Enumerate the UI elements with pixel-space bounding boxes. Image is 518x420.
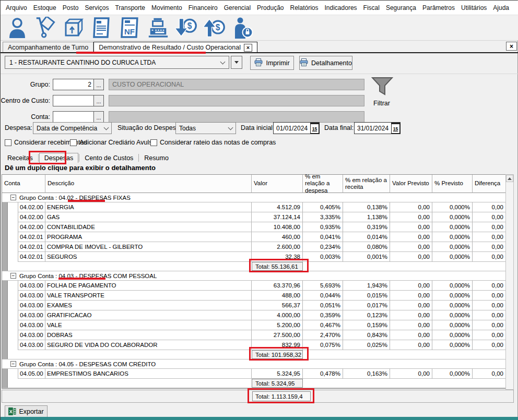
cell-conta: 04.02.01	[18, 232, 45, 242]
table-row[interactable]: 04.02.00ENERGIA4.512,090,405%0,138%0,000…	[2, 202, 506, 212]
table-row[interactable]: 04.03.00FOLHA DE PAGAMENTO63.370,965,693…	[2, 281, 506, 291]
calendar-icon[interactable]: 15	[391, 123, 400, 134]
group-header-row[interactable]: −Grupo Conta : 04.02 - DESPESAS FIXAS	[2, 193, 506, 202]
tab-demonstrativo-de-resultado-custo-operacional[interactable]: Demonstrativo de Resultado / Custo Opera…	[93, 42, 257, 53]
checkbox-box[interactable]	[70, 139, 77, 146]
table-row[interactable]: 04.02.01PROGRAMA460,000,041%0,014%0,000,…	[2, 232, 506, 242]
cell-pct-despesa: 0,478%	[303, 369, 343, 379]
menu-item-relatorios[interactable]: Relatórios	[287, 4, 321, 11]
menu-item-utilitarios[interactable]: Utilitários	[458, 4, 490, 11]
menu-item-fiscal[interactable]: Fiscal	[360, 4, 383, 11]
vertical-scrollbar[interactable]	[505, 174, 514, 390]
package-icon[interactable]	[62, 16, 85, 39]
table-row[interactable]: 04.03.00VALE TRANSPORTE488,000,044%0,015…	[2, 291, 506, 301]
conta-input[interactable]	[53, 111, 94, 123]
user-icon[interactable]	[6, 16, 29, 39]
exportar-button[interactable]: X Exportar	[5, 405, 48, 417]
subtab-despesas[interactable]: Despesas	[39, 153, 79, 163]
checkbox-box[interactable]	[5, 139, 11, 146]
table-row[interactable]: 04.03.00EXAMES566,370,051%0,017%0,000,00…	[2, 301, 506, 310]
collapse-button[interactable]: −	[10, 273, 16, 279]
money-out-icon[interactable]: $	[175, 16, 198, 39]
table-row[interactable]: 04.02.01SEGUROS32,380,003%0,001%0,000,00…	[2, 252, 506, 262]
user-lock-icon[interactable]	[231, 16, 254, 39]
cell-valor-previsto: 0,00	[390, 232, 432, 242]
menu-item-indicadores[interactable]: Indicadores	[322, 4, 360, 11]
exportar-label: Exportar	[19, 408, 43, 415]
column-header-em-relacao-a-receita[interactable]: % em relação a receita	[343, 175, 390, 193]
cash-register-icon[interactable]	[147, 16, 170, 39]
column-header-descricao[interactable]: Descrição	[45, 175, 252, 193]
table-row[interactable]: 04.02.01COMPRA DE IMOVEL - GILBERTO2.600…	[2, 242, 506, 252]
situacao-select[interactable]: Todas	[175, 122, 236, 134]
checkbox-adicionar-crediario-avulso[interactable]: Adicionar Crediário Avulso	[70, 138, 156, 147]
group-header-row[interactable]: −Grupo Conta : 04.05 - DESPESAS COM CRÉD…	[2, 359, 506, 369]
menu-item-transporte[interactable]: Transporte	[112, 4, 148, 11]
grupo-input[interactable]: 2	[53, 79, 94, 90]
collapse-button[interactable]: −	[10, 195, 16, 200]
imprimir-button[interactable]: Imprimir	[250, 56, 294, 70]
row-indent	[8, 281, 18, 291]
scroll-up-button[interactable]	[506, 175, 513, 182]
close-icon: ×	[510, 43, 513, 50]
column-header-em-relacao-a-despesa[interactable]: % em relação a despesa	[303, 175, 343, 193]
menu-item-movimento[interactable]: Movimento	[148, 4, 185, 11]
collapse-button[interactable]: −	[10, 361, 16, 367]
centro-custo-browse-button[interactable]: ...	[94, 95, 104, 106]
menu-item-arquivo[interactable]: Arquivo	[3, 4, 30, 11]
company-dropdown-button[interactable]	[231, 56, 242, 69]
column-header-conta[interactable]: Conta	[2, 175, 45, 193]
subtab-cento-de-custos[interactable]: Cento de Custos	[80, 153, 138, 163]
cell-conta: 04.02.00	[18, 212, 45, 222]
column-header-valor[interactable]: Valor	[252, 175, 303, 193]
conta-browse-button[interactable]: ...	[94, 111, 104, 123]
nf-document-icon[interactable]: NF	[119, 16, 142, 39]
centro-custo-input[interactable]	[53, 95, 94, 106]
menu-item-posto[interactable]: Posto	[60, 4, 82, 11]
grupo-browse-button[interactable]: ...	[94, 79, 104, 90]
row-indent	[8, 242, 18, 252]
data-inicial-input[interactable]: 01/01/2024 15	[273, 122, 320, 134]
tab-close-button[interactable]: ×	[244, 44, 252, 52]
column-header-previsto[interactable]: % Previsto	[432, 175, 473, 193]
menu-item-producao[interactable]: Produção	[254, 4, 287, 11]
checkbox-considerar-rateio-das-notas-de-compras[interactable]: Considerar rateio das notas de compras	[150, 138, 276, 147]
menu-item-gerencial[interactable]: Gerencial	[221, 4, 254, 11]
cell-diferenca: 0,00	[473, 340, 506, 350]
menu-item-servicos[interactable]: Serviços	[81, 4, 112, 11]
menu-item-parametros[interactable]: Parâmetros	[419, 4, 458, 11]
table-row[interactable]: 04.03.00DOBRAS27.500,002,470%0,843%0,000…	[2, 330, 506, 340]
table-row[interactable]: 04.03.00GRATIFICACAO4.000,000,359%0,123%…	[2, 310, 506, 320]
table-row[interactable]: 04.02.00CONTABILIDADE10.408,000,935%0,31…	[2, 222, 506, 232]
group-header-row[interactable]: −Grupo Conta : 04.03 - DESPESAS COM PESS…	[2, 271, 506, 281]
document-icon[interactable]	[90, 16, 113, 39]
subtab-resumo[interactable]: Resumo	[139, 153, 173, 163]
filtrar-button[interactable]	[371, 77, 393, 100]
cell-valor: 5.200,00	[252, 320, 303, 330]
handtruck-icon[interactable]	[34, 16, 57, 39]
table-row[interactable]: 04.03.00VALE5.200,000,467%0,159%0,000,00…	[2, 320, 506, 330]
company-select[interactable]: 1 - RESTAURANTE CANTINHO DO CURUCA LTDA	[5, 56, 229, 69]
situacao-label: Situação do Despesa:	[117, 124, 181, 131]
table-row[interactable]: 04.05.00EMPRESTIMOS BANCARIOS5.324,950,4…	[2, 369, 506, 379]
checkbox-box[interactable]	[150, 139, 157, 146]
data-final-input[interactable]: 31/01/2024 15	[354, 122, 401, 134]
panel-close-button[interactable]: ×	[506, 42, 517, 51]
menu-item-estoque[interactable]: Estoque	[30, 4, 60, 11]
cell-diferenca: 0,00	[473, 330, 506, 340]
menu-item-seguranca[interactable]: Segurança	[383, 4, 419, 11]
table-row[interactable]: 04.02.00GAS37.124,143,335%1,138%0,000,00…	[2, 212, 506, 222]
tab-label: Demonstrativo de Resultado / Custo Opera…	[99, 44, 241, 51]
detalhamento-button[interactable]: Detalhamento	[299, 56, 352, 70]
menu-item-ajuda[interactable]: Ajuda	[490, 4, 512, 11]
despesa-select[interactable]: Data de Competência	[33, 122, 112, 134]
tab-acompanhamento-de-turno[interactable]: Acompanhamento de Turno	[3, 42, 93, 53]
menu-item-financeiro[interactable]: Financeiro	[185, 4, 221, 11]
calendar-icon[interactable]: 15	[310, 123, 319, 134]
column-header-diferenca[interactable]: Diferença	[473, 175, 506, 193]
money-in-icon[interactable]: $	[203, 16, 226, 39]
subtab-receitas[interactable]: Receitas	[3, 153, 38, 163]
column-header-valor-previsto[interactable]: Valor Previsto	[390, 175, 432, 193]
caret-down-icon	[234, 61, 239, 64]
table-row[interactable]: 04.03.00SEGURO DE VIDA DO COLABORADOR832…	[2, 340, 506, 350]
